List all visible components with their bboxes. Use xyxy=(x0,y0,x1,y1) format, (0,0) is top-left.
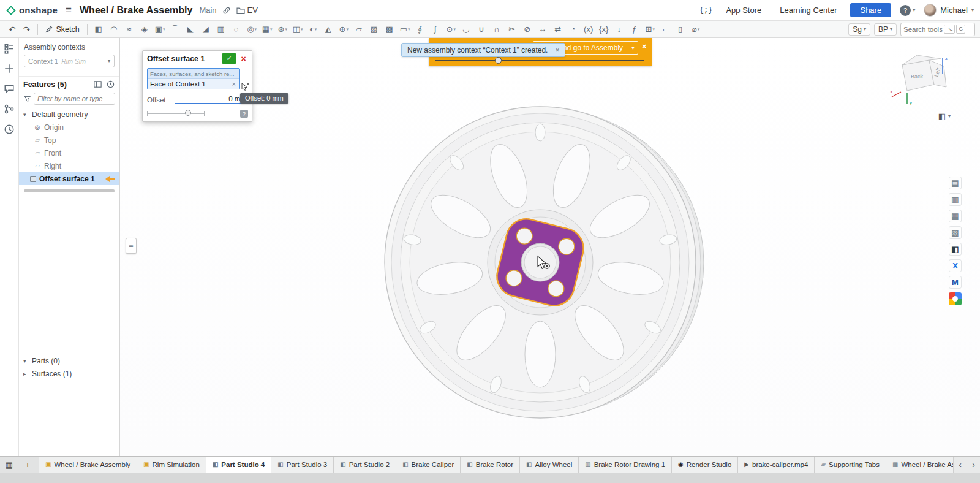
insert-item-icon[interactable] xyxy=(4,63,15,74)
filter-icon[interactable] xyxy=(23,95,31,103)
featurescript-console-icon[interactable]: {;} xyxy=(699,6,713,15)
view-options-button[interactable]: ◧ ▾ xyxy=(938,112,951,121)
thicken-icon[interactable]: ▣ ▾ xyxy=(153,23,168,36)
bom-panel-icon[interactable]: ▧ xyxy=(949,226,962,239)
appearance-panel-icon[interactable]: ▥ xyxy=(949,193,962,206)
document-tab[interactable]: brake-caliper.mp4 xyxy=(738,457,815,473)
document-tab[interactable]: Supporting Tabs xyxy=(815,457,886,473)
dialog-help-icon[interactable]: ? xyxy=(240,110,248,118)
offset-slider-handle[interactable] xyxy=(185,110,191,116)
workspace-branch[interactable]: Main xyxy=(199,6,216,15)
feature-filter-input[interactable] xyxy=(34,93,115,105)
float-panel-icon[interactable] xyxy=(93,80,102,89)
offset-value-input[interactable] xyxy=(175,95,247,104)
tree-item-offset-surface-1[interactable]: Offset surface 1 xyxy=(19,172,119,185)
onshape-logo[interactable]: onshape xyxy=(6,5,58,15)
share-link-icon[interactable] xyxy=(222,6,231,15)
boolean-icon[interactable]: ◐ ▾ xyxy=(306,23,321,36)
document-tab[interactable]: Wheel / Brake Assembly xyxy=(886,457,953,473)
offset-surface-icon[interactable]: ▱ xyxy=(352,23,367,36)
document-tab[interactable]: Alloy Wheel xyxy=(520,457,579,473)
draft-icon[interactable]: ◢ xyxy=(198,23,214,36)
move-face-icon[interactable]: ↔ xyxy=(535,23,551,36)
rollback-bar[interactable] xyxy=(24,189,115,192)
help-caret-icon[interactable]: ▾ xyxy=(913,7,915,13)
variable-studio-icon[interactable]: {x} xyxy=(597,23,612,36)
scroll-tabs-right-icon[interactable]: › xyxy=(967,457,980,473)
undo-icon[interactable]: ↶ xyxy=(5,25,20,34)
project-folder[interactable]: EV xyxy=(236,6,258,15)
delete-face-icon[interactable]: ⊘ xyxy=(520,23,535,36)
loft-icon[interactable]: ◈ xyxy=(137,23,153,36)
app-store-link[interactable]: App Store xyxy=(721,4,766,17)
document-tab[interactable]: Part Studio 3 xyxy=(271,457,334,473)
dialog-cancel-button[interactable]: × xyxy=(238,53,249,64)
toast-close-icon[interactable]: × xyxy=(555,46,559,55)
document-tab[interactable]: Brake Rotor xyxy=(461,457,520,473)
tree-item[interactable]: Top xyxy=(19,134,119,146)
share-button[interactable]: Share xyxy=(850,3,891,17)
split-icon[interactable]: ◭ xyxy=(321,23,336,36)
tree-item[interactable]: Origin xyxy=(19,121,119,134)
dialog-confirm-button[interactable]: ✓ xyxy=(222,53,236,64)
history-icon[interactable] xyxy=(4,124,15,135)
feature-list-panel-icon[interactable] xyxy=(4,43,15,54)
offset-slider[interactable] xyxy=(147,110,205,116)
rib-icon[interactable]: ▥ xyxy=(214,23,229,36)
measure-icon[interactable]: ⌀ ▾ xyxy=(688,23,704,36)
helix-icon[interactable]: ∮ xyxy=(413,23,428,36)
user-menu[interactable]: Michael ▾ xyxy=(924,4,974,17)
trim-curve-icon[interactable]: ✂ xyxy=(505,23,520,36)
sheet-metal-model-icon[interactable]: ⊞ ▾ xyxy=(643,23,658,36)
main-menu-icon[interactable]: ≡ xyxy=(63,4,74,17)
cad-cube-panel-icon[interactable]: ◧ xyxy=(949,243,962,256)
drive-panel-icon[interactable] xyxy=(949,292,962,305)
mcmaster-panel-icon[interactable]: M xyxy=(949,276,962,289)
extrude-icon[interactable]: ◧ xyxy=(91,23,107,36)
variable-icon[interactable]: (x) xyxy=(581,23,597,36)
sheet-metal-tab-icon[interactable]: ▯ xyxy=(673,23,688,36)
redo-icon[interactable]: ↷ xyxy=(20,25,34,34)
revolve-icon[interactable]: ◠ xyxy=(107,23,122,36)
document-tab[interactable]: Rim Simulation xyxy=(137,457,206,473)
featurescript-icon[interactable]: ƒ xyxy=(627,23,643,36)
mirror-icon[interactable]: ◫ ▾ xyxy=(290,23,306,36)
context-opacity-slider[interactable] xyxy=(435,60,644,61)
search-tools-input[interactable] xyxy=(903,26,943,33)
modify-fillet-icon[interactable]: ◔ xyxy=(566,23,581,36)
selection-chip[interactable]: Face of Context 1 × xyxy=(148,78,239,89)
help-icon[interactable]: ? xyxy=(900,5,911,16)
hole-icon[interactable]: ◎ ▾ xyxy=(244,23,260,36)
circular-pattern-icon[interactable]: ⊛ ▾ xyxy=(275,23,290,36)
versions-icon[interactable] xyxy=(4,104,15,115)
plane-icon[interactable]: ▭ ▾ xyxy=(398,23,413,36)
feature-history-icon[interactable] xyxy=(106,80,115,89)
collapse-caret-icon[interactable]: ▾ xyxy=(23,112,29,118)
graphics-viewport[interactable]: Insert and go to Assembly ▼ × New assemb… xyxy=(120,38,980,456)
document-title[interactable]: Wheel / Brake Assembly xyxy=(80,5,192,16)
project-curve-icon[interactable]: ⊙ ▾ xyxy=(443,23,459,36)
fit-spline-icon[interactable]: ∫ xyxy=(428,23,443,36)
sketch-button[interactable]: Sketch xyxy=(42,24,83,35)
named-views-panel-icon[interactable]: ▤ xyxy=(949,177,962,189)
fillet-icon[interactable]: ⌒ xyxy=(168,23,183,36)
panel-collapse-handle[interactable]: ≣ xyxy=(126,238,137,254)
search-tools-box[interactable]: ⌥ C xyxy=(900,23,975,36)
tree-item[interactable]: Right xyxy=(19,159,119,172)
document-tab[interactable]: Brake Caliper xyxy=(396,457,461,473)
custom-feature-bp-button[interactable]: BP ▾ xyxy=(874,23,897,36)
document-tab[interactable]: Part Studio 2 xyxy=(334,457,396,473)
comments-icon[interactable] xyxy=(4,83,15,94)
tree-group-default-geometry[interactable]: ▾ Default geometry xyxy=(19,108,119,121)
document-tab[interactable]: Wheel / Brake Assembly xyxy=(39,457,137,473)
composite-curve-icon[interactable]: ∪ xyxy=(474,23,489,36)
document-tab[interactable]: Brake Rotor Drawing 1 xyxy=(579,457,672,473)
document-tab[interactable]: Render Studio xyxy=(672,457,738,473)
chamfer-icon[interactable]: ◣ xyxy=(183,23,198,36)
shell-icon[interactable]: ◌ xyxy=(229,23,244,36)
derived-icon[interactable]: ↓ xyxy=(612,23,627,36)
tree-item[interactable]: Front xyxy=(19,146,119,159)
tab-manager-icon[interactable]: ▦ xyxy=(0,457,18,473)
learning-center-link[interactable]: Learning Center xyxy=(775,4,842,17)
boundary-surface-icon[interactable]: ▨ xyxy=(367,23,382,36)
